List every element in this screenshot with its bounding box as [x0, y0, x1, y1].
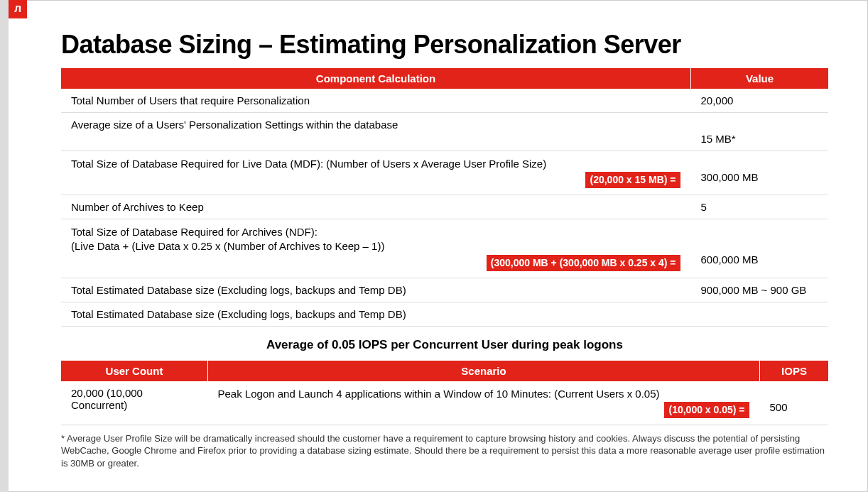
table1-header-value: Value	[691, 68, 829, 89]
table-row: 20,000 (10,000 Concurrent) Peak Logon an…	[61, 381, 828, 425]
table2-header-scenario: Scenario	[208, 361, 760, 381]
table-row: Total Size of Database Required for Arch…	[61, 219, 828, 278]
component-text: Total Estimated Database size (Excluding…	[71, 284, 406, 296]
brand-logo: л	[9, 0, 27, 18]
table2-header-iops: IOPS	[760, 361, 829, 381]
component-text: Average size of a Users' Personalization…	[71, 119, 398, 131]
value-text: 600,000 MB	[701, 253, 759, 266]
table-row: Total Size of Database Required for Live…	[61, 151, 828, 195]
table-row: Total Estimated Database size (Excluding…	[61, 302, 828, 326]
page-title: Database Sizing – Estimating Personaliza…	[61, 30, 828, 60]
table-row: Total Number of Users that require Perso…	[61, 89, 828, 113]
table-row: Average size of a Users' Personalization…	[61, 113, 828, 151]
component-calculation-table: Component Calculation Value Total Number…	[61, 68, 828, 327]
footnote-text: * Average User Profile Size will be dram…	[61, 432, 828, 470]
formula-highlight: (20,000 x 15 MB) =	[585, 171, 680, 189]
iops-table: User Count Scenario IOPS 20,000 (10,000 …	[61, 361, 828, 425]
brand-logo-glyph: л	[14, 0, 21, 18]
iops-value: 500	[770, 401, 788, 413]
formula-highlight: (10,000 x 0.05) =	[663, 401, 749, 419]
value-text: 300,000 MB	[701, 171, 759, 183]
component-text: Number of Archives to Keep	[71, 201, 204, 213]
left-decoration-strip	[0, 0, 9, 492]
scenario-text: Peak Logon and Launch 4 applications wit…	[218, 387, 750, 401]
component-text: Total Size of Database Required for Live…	[71, 157, 681, 171]
value-text: 15 MB*	[701, 133, 736, 145]
value-text: 5	[701, 201, 707, 213]
table-row: Number of Archives to Keep 5	[61, 195, 828, 219]
iops-caption: Average of 0.05 IOPS per Concurrent User…	[61, 338, 828, 352]
formula-highlight: (300,000 MB + (300,000 MB x 0.25 x 4) =	[486, 254, 681, 272]
component-text: Total Size of Database Required for Arch…	[71, 225, 681, 254]
component-text: Total Estimated Database size (Excluding…	[71, 308, 406, 320]
table1-header-component: Component Calculation	[61, 68, 691, 89]
table-row: Total Estimated Database size (Excluding…	[61, 278, 828, 302]
value-text: 20,000	[701, 94, 734, 106]
value-text: 900,000 MB ~ 900 GB	[701, 284, 807, 296]
component-text: Total Number of Users that require Perso…	[71, 94, 310, 106]
user-count-text: 20,000 (10,000 Concurrent)	[71, 387, 143, 411]
table2-header-usercount: User Count	[61, 361, 208, 381]
